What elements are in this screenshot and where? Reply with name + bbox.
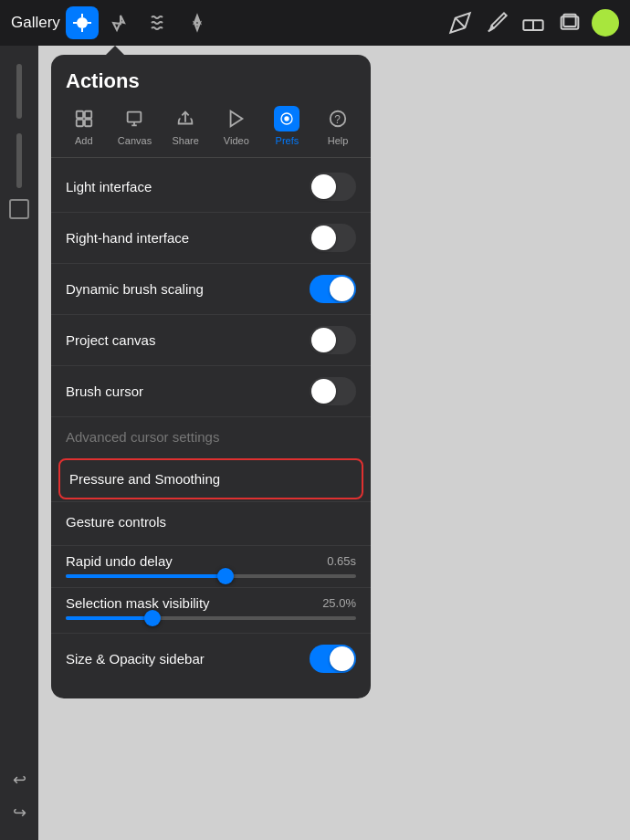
tab-canvas-label: Canvas: [118, 135, 152, 146]
svg-point-0: [77, 17, 88, 28]
rapid-undo-value: 0.65s: [327, 554, 356, 568]
right-hand-toggle[interactable]: [310, 224, 356, 252]
tab-help[interactable]: ? Help: [316, 106, 360, 146]
right-hand-label: Right-hand interface: [66, 230, 189, 246]
selection-mask-header: Selection mask visibility 25.0%: [66, 595, 356, 611]
setting-right-hand[interactable]: Right-hand interface: [51, 212, 371, 263]
eraser-tool-icon[interactable]: [519, 8, 548, 37]
slider-selection-mask: Selection mask visibility 25.0%: [51, 587, 371, 629]
actions-icon[interactable]: [66, 6, 99, 39]
svg-line-7: [456, 18, 466, 28]
selection-mask-thumb[interactable]: [144, 610, 161, 626]
tab-video-label: Video: [224, 135, 249, 146]
selection-mask-track[interactable]: [66, 616, 356, 620]
video-tab-icon: [224, 106, 249, 131]
pen-tool-icon[interactable]: [446, 8, 475, 37]
tab-video[interactable]: Video: [215, 106, 258, 146]
share-tab-icon: [173, 106, 198, 131]
actions-panel: Actions Add: [51, 55, 371, 698]
panel-title: Actions: [51, 55, 371, 102]
setting-dynamic-brush[interactable]: Dynamic brush scaling: [51, 263, 371, 314]
pressure-smoothing-label: Pressure and Smoothing: [69, 471, 220, 487]
speed-icon[interactable]: [104, 6, 137, 39]
tab-prefs-label: Prefs: [276, 135, 299, 146]
gallery-label[interactable]: Gallery: [11, 14, 60, 32]
tab-share[interactable]: Share: [163, 106, 207, 146]
add-tab-icon: [71, 106, 97, 131]
right-hand-knob: [311, 226, 336, 250]
tab-add[interactable]: Add: [62, 106, 106, 146]
left-sidebar: ↩ ↪: [0, 46, 38, 840]
setting-size-opacity[interactable]: Size & Opacity sidebar: [51, 633, 371, 684]
svg-rect-13: [85, 111, 91, 118]
project-canvas-knob: [311, 328, 336, 352]
size-opacity-toggle[interactable]: [310, 645, 356, 673]
slider-rapid-undo: Rapid undo delay 0.65s: [51, 545, 371, 587]
layers-icon[interactable]: [555, 8, 584, 37]
main-area: Actions Add: [38, 46, 630, 840]
svg-rect-15: [85, 120, 91, 126]
script-icon[interactable]: [142, 6, 175, 39]
setting-advanced-cursor[interactable]: Advanced cursor settings: [51, 416, 371, 457]
selection-mask-fill: [66, 616, 152, 620]
canvas-tab-icon: [121, 106, 147, 131]
top-bar-left: Gallery: [11, 6, 214, 39]
prefs-tab-icon: [274, 106, 299, 131]
size-opacity-knob: [330, 646, 354, 671]
opacity-slider[interactable]: [16, 133, 22, 188]
project-canvas-toggle[interactable]: [310, 326, 356, 354]
settings-list: Light interface Right-hand interface Dyn…: [51, 158, 371, 545]
tab-add-label: Add: [75, 135, 93, 146]
tab-help-label: Help: [328, 135, 349, 146]
svg-marker-5: [194, 16, 200, 23]
gesture-controls-label: Gesture controls: [66, 514, 166, 530]
size-slider[interactable]: [16, 64, 22, 119]
tab-share-label: Share: [172, 135, 198, 146]
rapid-undo-header: Rapid undo delay 0.65s: [66, 553, 356, 569]
rapid-undo-thumb[interactable]: [217, 568, 234, 584]
setting-light-interface[interactable]: Light interface: [51, 162, 371, 212]
brush-cursor-label: Brush cursor: [66, 383, 143, 399]
help-tab-icon: ?: [325, 106, 351, 131]
top-bar: Gallery: [0, 0, 630, 46]
dynamic-brush-knob: [330, 277, 354, 301]
compass-icon[interactable]: [181, 6, 214, 39]
tab-prefs[interactable]: Prefs: [265, 106, 309, 146]
top-bar-right: [446, 8, 619, 37]
setting-gesture-controls[interactable]: Gesture controls: [51, 501, 371, 541]
light-interface-knob: [311, 174, 336, 199]
svg-rect-12: [77, 111, 83, 118]
brush-tool-icon[interactable]: [482, 8, 511, 37]
rapid-undo-label: Rapid undo delay: [66, 553, 173, 569]
svg-text:?: ?: [334, 113, 341, 126]
brush-cursor-toggle[interactable]: [310, 377, 356, 405]
light-interface-label: Light interface: [66, 179, 152, 194]
setting-pressure-smoothing[interactable]: Pressure and Smoothing: [58, 458, 363, 499]
project-canvas-label: Project canvas: [66, 332, 155, 348]
svg-point-21: [285, 116, 289, 121]
undo-button[interactable]: ↩: [6, 767, 32, 793]
svg-marker-6: [194, 23, 200, 30]
brush-cursor-knob: [311, 379, 336, 404]
selection-mask-value: 25.0%: [322, 596, 356, 610]
dynamic-brush-label: Dynamic brush scaling: [66, 281, 204, 297]
light-interface-toggle[interactable]: [310, 173, 356, 201]
tab-canvas[interactable]: Canvas: [112, 106, 156, 146]
user-avatar[interactable]: [592, 9, 619, 37]
tab-row: Add Canvas: [51, 102, 371, 158]
rapid-undo-track[interactable]: [66, 574, 356, 578]
svg-rect-16: [128, 112, 142, 122]
setting-brush-cursor[interactable]: Brush cursor: [51, 365, 371, 416]
svg-marker-20: [230, 111, 242, 127]
rapid-undo-fill: [66, 574, 226, 578]
selection-mask-label: Selection mask visibility: [66, 595, 210, 611]
setting-project-canvas[interactable]: Project canvas: [51, 314, 371, 365]
svg-rect-14: [77, 120, 83, 126]
dynamic-brush-toggle[interactable]: [310, 275, 356, 303]
size-opacity-label: Size & Opacity sidebar: [66, 651, 205, 667]
redo-button[interactable]: ↪: [6, 800, 32, 825]
color-square[interactable]: [9, 199, 29, 219]
advanced-cursor-label: Advanced cursor settings: [66, 429, 219, 445]
